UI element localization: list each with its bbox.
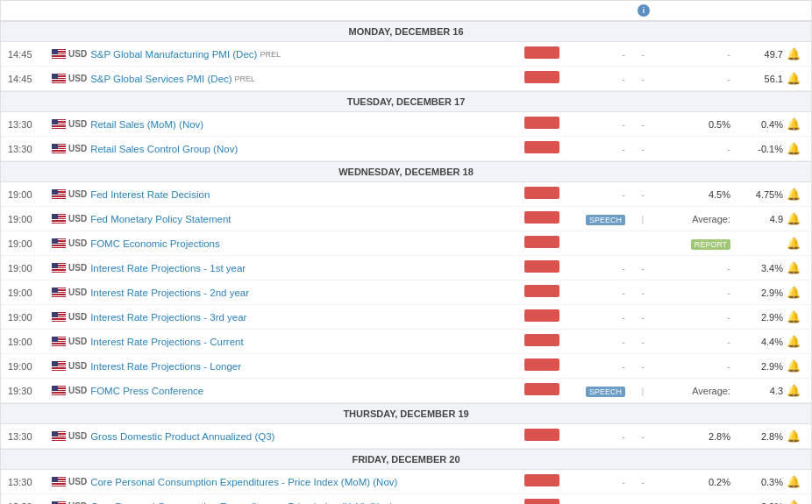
bell-icon[interactable]: 🔔 — [787, 261, 801, 274]
row-event-name[interactable]: Core Personal Consumption Expenditures -… — [90, 501, 393, 505]
row-actual: - — [573, 189, 625, 200]
row-event-name[interactable]: Interest Rate Projections - 2nd year — [90, 287, 249, 298]
row-currency: USD — [68, 312, 87, 322]
row-dev: - — [625, 477, 660, 487]
bell-active-icon[interactable]: 🔔 — [787, 188, 801, 201]
flag-us-icon — [52, 477, 66, 486]
row-bell[interactable]: 🔔 — [783, 72, 804, 85]
row-bell[interactable]: 🔔 — [783, 500, 804, 504]
bell-icon[interactable]: 🔔 — [787, 475, 801, 488]
row-previous: 49.7 — [730, 49, 783, 60]
row-event-name[interactable]: Fed Monetary Policy Statement — [90, 214, 231, 224]
bell-icon[interactable]: 🔔 — [787, 72, 801, 85]
bell-active-icon[interactable]: 🔔 — [787, 429, 801, 443]
row-event-name[interactable]: Retail Sales Control Group (Nov) — [90, 144, 238, 154]
table-row: 13:30USDRetail Sales (MoM) (Nov)--0.5%0.… — [1, 112, 811, 137]
row-event: USDRetail Sales (MoM) (Nov) — [52, 119, 511, 130]
row-event-name[interactable]: Interest Rate Projections - 3rd year — [90, 312, 246, 323]
impact-bar — [524, 334, 559, 346]
flag-us-icon — [52, 263, 66, 273]
table-row: 19:00USDInterest Rate Projections - 1st … — [1, 256, 811, 280]
row-impact — [511, 211, 573, 226]
impact-bar — [524, 260, 559, 273]
row-dev: - — [625, 263, 660, 273]
row-bell[interactable]: 🔔 — [783, 261, 804, 274]
row-event-name[interactable]: S&P Global Services PMI (Dec) — [90, 74, 231, 84]
flag-us-icon — [52, 214, 66, 224]
row-bell[interactable]: 🔔 — [783, 310, 804, 323]
row-currency: USD — [68, 144, 87, 153]
row-bell[interactable]: 🔔 — [783, 475, 804, 488]
bell-icon[interactable]: 🔔 — [787, 286, 801, 299]
row-time: 19:00 — [8, 361, 52, 372]
pipe-separator: | — [642, 214, 645, 224]
row-bell[interactable]: 🔔 — [783, 359, 804, 373]
row-consensus: 2.8% — [660, 431, 730, 442]
bell-active-icon[interactable]: 🔔 — [787, 500, 801, 504]
row-dev: - — [625, 119, 660, 130]
row-bell[interactable]: 🔔 — [783, 237, 804, 250]
row-event-name[interactable]: S&P Global Manufacturing PMI (Dec) — [90, 49, 257, 60]
row-consensus: Average: — [660, 386, 730, 396]
row-bell[interactable]: 🔔 — [783, 188, 804, 201]
row-event: USDInterest Rate Projections - Current — [52, 337, 511, 347]
row-event-name[interactable]: Interest Rate Projections - Current — [90, 337, 244, 347]
impact-bar — [524, 499, 559, 504]
row-time: 13:30 — [8, 501, 52, 505]
row-bell[interactable]: 🔔 — [783, 47, 804, 60]
table-row: 19:00USDFed Monetary Policy StatementSPE… — [1, 207, 811, 231]
row-bell[interactable]: 🔔 — [783, 384, 804, 397]
row-time: 19:00 — [8, 287, 52, 298]
calendar-body: MONDAY, DECEMBER 1614:45USDS&P Global Ma… — [1, 21, 811, 504]
row-event-name[interactable]: Core Personal Consumption Expenditures -… — [90, 477, 397, 487]
row-time: 19:30 — [8, 386, 52, 396]
speech-badge: SPEECH — [586, 387, 625, 397]
row-bell[interactable]: 🔔 — [783, 429, 804, 443]
row-event-name[interactable]: FOMC Economic Projections — [90, 238, 220, 249]
flag-us-icon — [52, 189, 66, 199]
bell-icon[interactable]: 🔔 — [787, 142, 801, 155]
row-event-name[interactable]: Gross Domestic Product Annualized (Q3) — [90, 431, 274, 442]
row-previous: 2.8% — [730, 501, 783, 505]
bell-icon[interactable]: 🔔 — [787, 47, 801, 60]
row-consensus: 0.2% — [660, 477, 730, 487]
section-header-friday: FRIDAY, DECEMBER 20 — [1, 449, 811, 470]
bell-icon[interactable]: 🔔 — [787, 212, 801, 225]
bell-icon[interactable]: 🔔 — [787, 384, 801, 397]
row-event-name[interactable]: FOMC Press Conference — [90, 386, 203, 396]
bell-icon[interactable]: 🔔 — [787, 237, 801, 250]
row-time: 13:30 — [8, 431, 52, 442]
row-bell[interactable]: 🔔 — [783, 117, 804, 131]
row-bell[interactable]: 🔔 — [783, 142, 804, 155]
row-event-name[interactable]: Fed Interest Rate Decision — [90, 189, 210, 200]
bell-icon[interactable]: 🔔 — [787, 335, 801, 348]
row-time: 19:00 — [8, 263, 52, 273]
dev-info-icon[interactable]: i — [637, 4, 650, 17]
row-actual: - — [573, 312, 625, 323]
row-dev: | — [625, 214, 660, 224]
row-event-name[interactable]: Retail Sales (MoM) (Nov) — [90, 119, 203, 130]
table-row: 19:00USDInterest Rate Projections - 2nd … — [1, 280, 811, 305]
row-event: USDFed Interest Rate Decision — [52, 189, 511, 200]
row-impact — [511, 260, 573, 275]
row-event-name[interactable]: Interest Rate Projections - Longer — [90, 361, 241, 372]
row-actual: - — [573, 119, 625, 130]
bell-icon[interactable]: 🔔 — [787, 359, 801, 373]
row-dev: - — [625, 337, 660, 347]
row-bell[interactable]: 🔔 — [783, 212, 804, 225]
row-bell[interactable]: 🔔 — [783, 335, 804, 348]
row-dev: - — [625, 501, 660, 505]
row-bell[interactable]: 🔔 — [783, 286, 804, 299]
table-row: 13:30USDCore Personal Consumption Expend… — [1, 494, 811, 504]
row-currency: USD — [68, 431, 87, 441]
bell-icon[interactable]: 🔔 — [787, 310, 801, 323]
row-dev: - — [625, 287, 660, 298]
row-currency: USD — [68, 189, 87, 199]
row-impact — [511, 236, 573, 251]
row-impact — [511, 499, 573, 504]
bell-active-icon[interactable]: 🔔 — [787, 117, 801, 131]
row-event-name[interactable]: Interest Rate Projections - 1st year — [90, 263, 246, 273]
row-consensus: - — [660, 337, 730, 347]
table-row: 13:30USDCore Personal Consumption Expend… — [1, 470, 811, 494]
row-dev: - — [625, 312, 660, 323]
